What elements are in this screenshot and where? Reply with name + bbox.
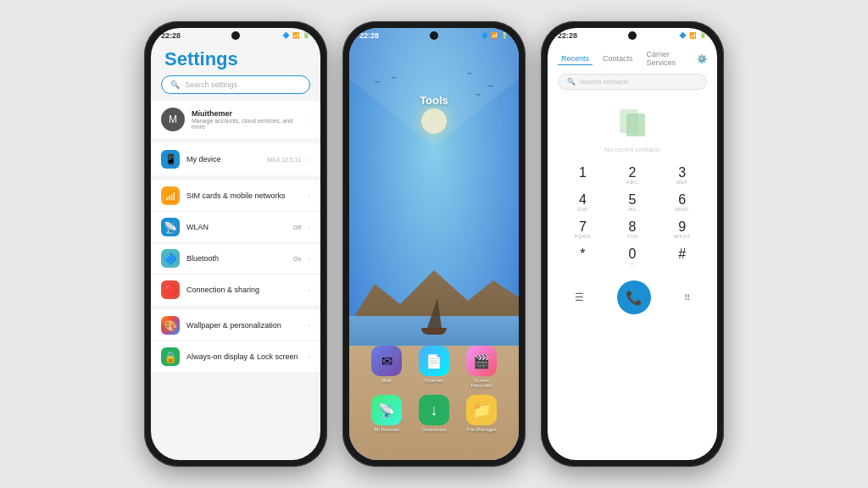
svg-rect-10 — [626, 114, 645, 136]
settings-group-display: 🎨 Wallpaper & personalization › 🔒 Always… — [151, 310, 320, 372]
settings-item-display[interactable]: 🔒 Always-on display & Lock screen › — [151, 341, 320, 372]
hull — [421, 328, 447, 335]
contacts-search[interactable]: 🔍 Search contacts — [558, 74, 707, 90]
chevron-icon-8: › — [308, 353, 310, 361]
letters-2: ABC — [626, 180, 638, 185]
key-7[interactable]: 7 PQRS — [561, 218, 604, 241]
gear-icon[interactable]: ⚙️ — [697, 54, 707, 64]
contacts-empty-icon — [615, 107, 649, 142]
camera-hole-3 — [628, 31, 637, 40]
key-0[interactable]: 0 + — [611, 245, 654, 269]
connection-icon: 🔴 — [161, 280, 180, 299]
files-icon: 📁 — [466, 395, 497, 425]
device-section[interactable]: 📱 My device MIUI 12.5.11 › — [151, 143, 320, 175]
device-icon: 📱 — [161, 150, 180, 169]
bt-label: Bluetooth — [186, 254, 287, 263]
wlan-icon: 📡 — [161, 218, 180, 236]
digit-6: 6 — [678, 193, 686, 207]
sail — [427, 298, 442, 328]
wallpaper-text: Wallpaper & personalization — [186, 321, 301, 330]
key-2[interactable]: 2 ABC — [611, 164, 654, 187]
numpad-row-2: 4 GHI 5 JKL 6 MNO — [558, 191, 707, 214]
digit-star: * — [580, 247, 585, 261]
settings-title: Settings — [151, 42, 320, 75]
letters-9: WXYZ — [674, 234, 690, 239]
digit-3: 3 — [678, 166, 686, 180]
account-name: Miuithemer — [192, 109, 301, 118]
key-8[interactable]: 8 TUV — [611, 218, 654, 241]
grid-icon[interactable]: ⠿ — [684, 293, 690, 302]
bt-icon-2: 🔷 — [481, 32, 488, 39]
key-hash[interactable]: # — [661, 245, 704, 269]
display-label: Always-on display & Lock screen — [186, 352, 301, 361]
wallpaper-label: Wallpaper & personalization — [186, 321, 301, 330]
key-3[interactable]: 3 DEF — [661, 164, 704, 187]
key-1[interactable]: 1 — [561, 164, 604, 187]
bt-icon: 🔷 — [282, 32, 290, 39]
app-downloads[interactable]: ↓ Downloads — [417, 395, 451, 432]
key-5[interactable]: 5 JKL — [611, 191, 654, 214]
settings-search-bar[interactable]: 🔍 Search settings — [161, 75, 310, 94]
connection-label: Connection & sharing — [186, 286, 301, 294]
settings-item-sim[interactable]: 📶 SIM cards & mobile networks › — [151, 180, 320, 212]
sim-text: SIM cards & mobile networks — [186, 191, 301, 200]
dialer-bottom-bar: ☰ 📞 ⠿ — [548, 275, 717, 318]
app-files[interactable]: 📁 File Manager — [465, 395, 498, 432]
recorder-label: Screen Recorder — [465, 378, 498, 388]
sim-label: SIM cards & mobile networks — [186, 191, 301, 200]
tab-recents[interactable]: Recents — [558, 53, 593, 65]
bt-icon-3: 🔷 — [679, 32, 687, 39]
letters-0: + — [631, 261, 634, 266]
no-recent-text: No recent contacts — [604, 146, 661, 153]
account-section[interactable]: M Miuithemer Manage accounts, cloud serv… — [151, 101, 320, 138]
app-recorder[interactable]: 🎬 Screen Recorder — [465, 346, 498, 388]
account-sub: Manage accounts, cloud services, and mor… — [192, 118, 301, 130]
digit-9: 9 — [678, 220, 686, 234]
status-icons-1: 🔷 📶 🔋 — [282, 32, 310, 39]
wlan-label: WLAN — [186, 223, 287, 231]
key-4[interactable]: 4 GHI — [561, 191, 604, 214]
chevron-icon: › — [308, 116, 310, 124]
tab-carrier[interactable]: Carrier Services — [643, 48, 690, 69]
bluetooth-icon: 🔷 — [161, 249, 180, 268]
sim-icon: 📶 — [161, 186, 180, 205]
status-time-3: 22:28 — [558, 31, 577, 40]
settings-item-wlan[interactable]: 📡 WLAN Off › — [151, 212, 320, 243]
display-icon: 🔒 — [161, 347, 180, 366]
folder-label: Tools — [420, 94, 448, 107]
key-star[interactable]: * — [561, 245, 604, 269]
phone-3: 22:28 🔷 📶 🔋 Recents Contacts Carrier Ser… — [541, 21, 724, 467]
digit-8: 8 — [629, 220, 637, 234]
status-icons-2: 🔷 📶 🔋 — [481, 32, 509, 39]
signal-icon-2: 📶 — [491, 32, 498, 39]
settings-item-wallpaper[interactable]: 🎨 Wallpaper & personalization › — [151, 310, 320, 341]
svg-marker-8 — [349, 28, 434, 147]
tab-contacts[interactable]: Contacts — [599, 53, 637, 64]
mail-label: Mail — [381, 378, 391, 383]
search-icon-2: 🔍 — [567, 78, 576, 86]
settings-item-bluetooth[interactable]: 🔷 Bluetooth On › — [151, 243, 320, 274]
bt-text: Bluetooth — [186, 254, 287, 263]
bird-5: 〜 — [476, 92, 481, 99]
app-scanner[interactable]: 📄 Scanner — [417, 346, 451, 388]
downloads-label: Downloads — [421, 427, 447, 432]
bird-1: 〜 — [375, 79, 380, 86]
bird-2: 〜 — [392, 75, 397, 82]
key-6[interactable]: 6 MNO — [661, 191, 704, 214]
wallpaper-icon: 🎨 — [161, 316, 180, 335]
scanner-label: Scanner — [425, 378, 443, 383]
downloads-icon: ↓ — [419, 395, 449, 425]
search-placeholder: Search settings — [185, 80, 237, 89]
app-mail[interactable]: ✉ Mail — [370, 346, 403, 388]
call-button[interactable]: 📞 — [617, 280, 651, 314]
svg-marker-7 — [434, 28, 519, 147]
settings-item-connection[interactable]: 🔴 Connection & sharing › — [151, 274, 320, 305]
sun — [421, 108, 447, 134]
app-miremote[interactable]: 📡 Mi Remote — [370, 395, 403, 432]
avatar: M — [161, 108, 185, 131]
key-9[interactable]: 9 WXYZ — [661, 218, 704, 241]
no-recent-section: No recent contacts — [548, 97, 717, 160]
status-bar-2: 22:28 🔷 📶 🔋 — [349, 28, 519, 42]
recorder-icon: 🎬 — [466, 346, 497, 376]
menu-icon[interactable]: ☰ — [575, 291, 584, 303]
